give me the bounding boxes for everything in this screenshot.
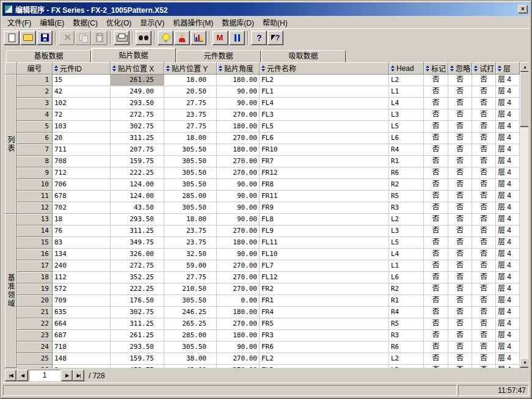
cell-component-name[interactable]: FR5	[260, 318, 389, 330]
cell-place-angle[interactable]: 180.00	[217, 144, 260, 156]
cell-component-id[interactable]: 718	[53, 342, 111, 353]
row-header[interactable]: 25	[17, 353, 53, 365]
cell-skip[interactable]: 否	[448, 365, 472, 368]
row-header[interactable]: 23	[17, 330, 53, 342]
cell-place-x[interactable]: 176.50	[111, 295, 164, 307]
row-header[interactable]: 6	[17, 133, 53, 144]
row-header[interactable]: 5	[17, 121, 53, 133]
cell-mark[interactable]: 否	[424, 307, 448, 318]
cell-component-id[interactable]: 103	[53, 121, 111, 133]
cell-head[interactable]: R2	[389, 179, 424, 191]
cell-trial[interactable]: 否	[472, 330, 496, 342]
cell-place-angle[interactable]: 270.00	[217, 318, 260, 330]
cell-mark[interactable]: 否	[424, 225, 448, 237]
cell-layer[interactable]: 层 4	[496, 318, 520, 330]
cell-skip[interactable]: 否	[448, 214, 472, 225]
cell-head[interactable]: L6	[389, 133, 424, 144]
save-button[interactable]	[37, 31, 53, 45]
column-header-mark[interactable]: 标记	[424, 62, 448, 75]
cell-mark[interactable]: 否	[424, 191, 448, 202]
cell-place-angle[interactable]: 270.00	[217, 365, 260, 368]
cell-place-y[interactable]: 18.00	[164, 214, 217, 225]
cell-component-name[interactable]: FR7	[260, 156, 389, 167]
sort-icon[interactable]	[261, 65, 265, 71]
cell-head[interactable]: R5	[389, 318, 424, 330]
help-button[interactable]	[251, 31, 267, 45]
cell-place-y[interactable]: 27.75	[164, 98, 217, 109]
cell-mark[interactable]: 否	[424, 133, 448, 144]
cell-place-angle[interactable]: 270.00	[217, 156, 260, 167]
page-number-box[interactable]: 1	[29, 370, 60, 381]
cell-component-id[interactable]: 20	[53, 133, 111, 144]
cell-place-x[interactable]: 272.75	[111, 260, 164, 272]
cell-place-y[interactable]: 265.25	[164, 318, 217, 330]
cell-place-y[interactable]: 305.50	[164, 167, 217, 179]
cell-component-name[interactable]: FR4	[260, 307, 389, 318]
cell-head[interactable]: L5	[389, 237, 424, 249]
menu-item-machine-op[interactable]: 机器操作(M)	[169, 15, 217, 29]
cell-trial[interactable]: 否	[472, 295, 496, 307]
cell-skip[interactable]: 否	[448, 156, 472, 167]
cell-place-x[interactable]: 302.75	[111, 307, 164, 318]
cell-component-name[interactable]: FL4	[260, 98, 389, 109]
cell-skip[interactable]: 否	[448, 295, 472, 307]
scroll-thumb[interactable]	[520, 72, 528, 127]
cell-component-name[interactable]: FL3	[260, 365, 389, 368]
machine-pause-button[interactable]	[229, 31, 245, 45]
cell-component-name[interactable]: FL10	[260, 249, 389, 260]
cell-component-name[interactable]: FR2	[260, 284, 389, 295]
cell-place-x[interactable]: 302.75	[111, 121, 164, 133]
cell-place-x[interactable]: 349.75	[111, 237, 164, 249]
cell-layer[interactable]: 层 4	[496, 144, 520, 156]
tab-board-data[interactable]: 基板数据	[6, 50, 91, 62]
cell-mark[interactable]: 否	[424, 272, 448, 284]
row-header[interactable]: 20	[17, 295, 53, 307]
cell-place-y[interactable]: 27.75	[164, 272, 217, 284]
cell-layer[interactable]: 层 4	[496, 167, 520, 179]
cell-mark[interactable]: 否	[424, 330, 448, 342]
sort-icon[interactable]	[426, 65, 429, 71]
cell-component-name[interactable]: FR10	[260, 144, 389, 156]
cell-mark[interactable]: 否	[424, 167, 448, 179]
cell-head[interactable]: R1	[389, 156, 424, 167]
cell-layer[interactable]: 层 4	[496, 75, 520, 86]
cell-trial[interactable]: 否	[472, 307, 496, 318]
row-header[interactable]: 3	[17, 98, 53, 109]
cell-trial[interactable]: 否	[472, 98, 496, 109]
cell-component-name[interactable]: FL1	[260, 86, 389, 98]
cell-head[interactable]: R3	[389, 330, 424, 342]
cell-place-y[interactable]: 285.00	[164, 191, 217, 202]
cell-head[interactable]: R5	[389, 191, 424, 202]
cell-component-name[interactable]: FR6	[260, 342, 389, 353]
cell-component-id[interactable]: 708	[53, 156, 111, 167]
cell-component-name[interactable]: FL2	[260, 353, 389, 365]
cell-place-x[interactable]: 272.75	[111, 109, 164, 121]
cell-skip[interactable]: 否	[448, 75, 472, 86]
row-header[interactable]: 4	[17, 109, 53, 121]
cell-head[interactable]: L3	[389, 109, 424, 121]
cell-skip[interactable]: 否	[448, 144, 472, 156]
cell-head[interactable]: R4	[389, 144, 424, 156]
cell-trial[interactable]: 否	[472, 202, 496, 214]
cell-layer[interactable]: 层 4	[496, 249, 520, 260]
first-page-button[interactable]: |◀	[5, 370, 16, 381]
column-header-place-y[interactable]: 贴片位置 Y	[164, 62, 217, 75]
cell-mark[interactable]: 否	[424, 144, 448, 156]
cell-trial[interactable]: 否	[472, 133, 496, 144]
cell-place-angle[interactable]: 180.00	[217, 330, 260, 342]
cell-skip[interactable]: 否	[448, 225, 472, 237]
cell-component-id[interactable]: 678	[53, 191, 111, 202]
cell-skip[interactable]: 否	[448, 272, 472, 284]
cell-head[interactable]: L6	[389, 272, 424, 284]
cell-trial[interactable]: 否	[472, 75, 496, 86]
cell-mark[interactable]: 否	[424, 249, 448, 260]
cell-place-y[interactable]: 59.00	[164, 260, 217, 272]
menu-item-view[interactable]: 显示(V)	[136, 15, 169, 29]
cell-place-y[interactable]: 305.50	[164, 202, 217, 214]
cell-component-id[interactable]: 635	[53, 307, 111, 318]
cell-place-x[interactable]: 159.75	[111, 353, 164, 365]
column-header-num[interactable]: 编号	[17, 62, 53, 75]
cell-component-id[interactable]: 18	[53, 214, 111, 225]
cell-place-x[interactable]: 261.25	[111, 75, 164, 86]
cell-skip[interactable]: 否	[448, 330, 472, 342]
